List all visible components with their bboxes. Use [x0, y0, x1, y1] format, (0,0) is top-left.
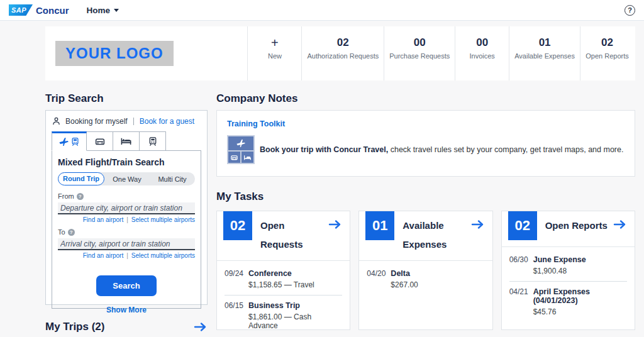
find-airport-link-to[interactable]: Find an airport: [83, 252, 123, 259]
bed-icon: [242, 152, 253, 163]
train-icon: [70, 136, 80, 147]
tab-hotel[interactable]: [113, 131, 140, 151]
open-reports-card[interactable]: 02 Open Reports 06/30 June Expense $1,90…: [501, 211, 635, 330]
sap-logo-icon: SAP: [9, 4, 33, 16]
trip-type-round-trip[interactable]: Round Trip: [58, 172, 104, 185]
header-band: YOUR LOGO + New 02 Authorization Request…: [45, 26, 635, 80]
to-input[interactable]: [58, 238, 195, 250]
stat-purchase-requests[interactable]: 00 Purchase Requests: [384, 26, 455, 80]
travel-mode-tabs: [52, 131, 201, 151]
company-note-text: Book your trip with Concur Travel, check…: [260, 145, 623, 154]
tab-car[interactable]: [87, 131, 113, 151]
divider: [133, 118, 134, 125]
company-notes-title: Company Notes: [216, 92, 635, 105]
company-notes-card: Training Toolkit Book y: [216, 110, 635, 177]
bed-icon: [120, 135, 132, 147]
open-requests-card[interactable]: 02 Open Requests 09/24 Conference $1,158…: [216, 211, 350, 330]
plane-icon: [58, 136, 69, 147]
stat-open-reports[interactable]: 02 Open Reports: [580, 26, 634, 80]
task-row[interactable]: 04/20 Delta $267.00: [367, 263, 484, 295]
arrow-right-icon[interactable]: [613, 219, 627, 229]
select-multiple-airports-link-to[interactable]: Select multiple airports: [131, 252, 195, 259]
stat-authorization-requests[interactable]: 02 Authorization Requests: [301, 26, 384, 80]
my-trips-title: My Trips (2): [45, 321, 104, 333]
task-row[interactable]: 06/30 June Expense $1,900.48: [509, 250, 627, 281]
trip-search-title: Trip Search: [45, 92, 208, 105]
quick-stats: + New 02 Authorization Requests 00 Purch…: [247, 26, 634, 80]
sap-logo-text: SAP: [11, 6, 26, 14]
task-row[interactable]: 06/15 Business Trip $1,861.00 — Cash Adv…: [225, 295, 342, 336]
from-label: From: [58, 192, 74, 200]
concur-travel-icon: [227, 135, 255, 164]
divider: |: [126, 216, 128, 223]
find-airport-link-from[interactable]: Find an airport: [83, 216, 123, 223]
search-button[interactable]: Search: [96, 275, 156, 296]
help-icon[interactable]: ?: [625, 5, 635, 16]
search-form-title: Mixed Flight/Train Search: [58, 157, 195, 167]
available-expenses-card-title: Available Expenses: [394, 211, 455, 254]
home-menu[interactable]: Home: [87, 6, 119, 15]
arrow-right-icon[interactable]: [328, 219, 342, 229]
chevron-down-icon: [114, 9, 119, 12]
open-requests-count-badge: 02: [223, 211, 252, 240]
booking-for-myself-label: Booking for myself: [65, 117, 128, 126]
trip-type-selector: Round Trip One Way Multi City: [58, 172, 195, 185]
plane-icon: [228, 136, 253, 150]
car-icon: [228, 152, 240, 163]
stat-invoices[interactable]: 00 Invoices: [455, 26, 509, 80]
available-expenses-card[interactable]: 01 Available Expenses 04/20 Delta $267.0…: [358, 211, 492, 330]
open-reports-card-title: Open Reports: [537, 211, 610, 235]
open-reports-count-badge: 02: [508, 211, 537, 240]
stat-available-expenses[interactable]: 01 Available Expenses: [509, 26, 580, 80]
tab-train-only[interactable]: [140, 131, 166, 151]
top-nav: SAP Concur Home ?: [0, 0, 644, 21]
company-logo-text: YOUR LOGO: [65, 45, 164, 62]
divider: |: [126, 252, 128, 259]
note-bold: Book your trip with Concur Travel,: [260, 145, 388, 154]
task-row[interactable]: 04/21 April Expenses (04/01/2023) $45.76: [509, 281, 627, 322]
trip-search-card: Booking for myself Book for a guest: [45, 110, 208, 305]
open-requests-card-title: Open Requests: [252, 211, 328, 254]
from-help-icon[interactable]: ?: [77, 193, 84, 200]
arrow-right-icon: [194, 322, 208, 332]
sap-concur-logo[interactable]: SAP Concur: [9, 4, 69, 16]
home-menu-label: Home: [87, 6, 111, 15]
stat-new[interactable]: + New: [247, 26, 301, 80]
my-tasks-title: My Tasks: [216, 191, 635, 203]
flight-train-search-panel: Mixed Flight/Train Search Round Trip One…: [52, 150, 201, 309]
trip-type-one-way[interactable]: One Way: [104, 175, 150, 183]
note-rest: check travel rules set by your company, …: [388, 145, 623, 154]
available-expenses-count-badge: 01: [365, 211, 394, 240]
concur-wordmark: Concur: [36, 5, 69, 16]
to-help-icon[interactable]: ?: [68, 229, 75, 236]
tab-flight-train[interactable]: [52, 131, 87, 151]
to-label: To: [58, 228, 65, 236]
car-icon: [94, 136, 106, 147]
person-icon: [52, 116, 61, 126]
plus-icon: +: [253, 36, 296, 50]
show-more-link[interactable]: Show More: [58, 306, 195, 314]
training-toolkit-link[interactable]: Training Toolkit: [227, 119, 625, 128]
my-trips-section-link[interactable]: My Trips (2): [45, 321, 208, 333]
trip-type-multi-city[interactable]: Multi City: [150, 175, 195, 183]
arrow-right-icon[interactable]: [471, 219, 485, 229]
task-row[interactable]: 09/24 Conference $1,158.65 — Travel: [225, 263, 342, 295]
company-logo-placeholder: YOUR LOGO: [55, 41, 174, 66]
from-input[interactable]: [58, 202, 195, 214]
book-for-guest-link[interactable]: Book for a guest: [140, 117, 194, 126]
select-multiple-airports-link-from[interactable]: Select multiple airports: [131, 216, 195, 223]
train-icon: [148, 136, 158, 147]
